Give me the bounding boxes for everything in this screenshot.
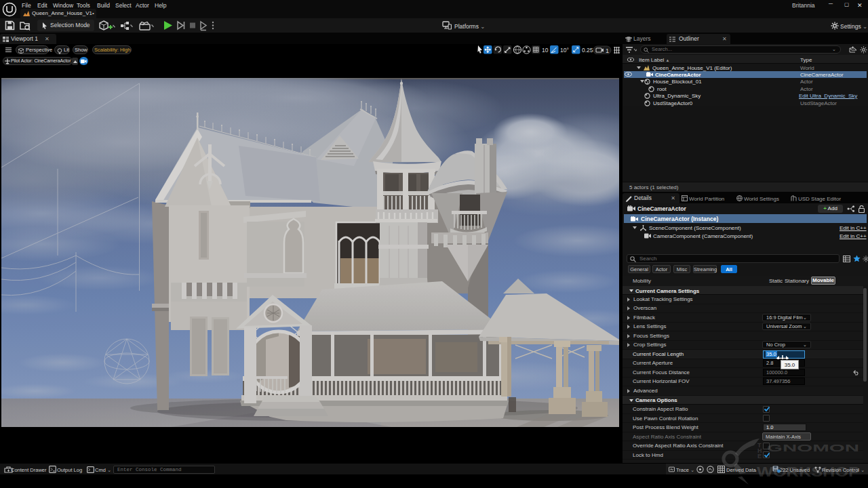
svg-text:E: E — [757, 453, 762, 460]
svg-text:GNOMON: GNOMON — [767, 442, 859, 453]
svg-text:WORKSHOP: WORKSHOP — [757, 464, 860, 479]
svg-text:10: 10 — [542, 47, 549, 54]
svg-text:0.25: 0.25 — [582, 47, 593, 54]
svg-text:1: 1 — [606, 47, 609, 54]
svg-text:10°: 10° — [560, 47, 569, 54]
